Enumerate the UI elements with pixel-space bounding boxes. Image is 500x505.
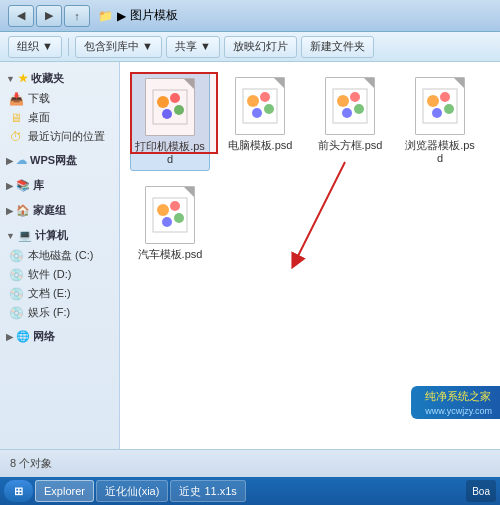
psd-icon-4 [145, 186, 195, 244]
favorites-star-icon: ★ [18, 72, 28, 85]
psd-icon-0 [145, 78, 195, 136]
favorites-label: 收藏夹 [31, 71, 64, 86]
svg-point-7 [260, 92, 270, 102]
sidebar-item-recent-label: 最近访问的位置 [28, 129, 105, 144]
forward-button[interactable]: ▶ [36, 5, 62, 27]
toolbar: 组织 ▼ 包含到库中 ▼ 共享 ▼ 放映幻灯片 新建文件夹 [0, 32, 500, 62]
file-item-1[interactable]: 电脑模板.psd [220, 72, 300, 171]
file-item-3[interactable]: 浏览器模板.psd [400, 72, 480, 171]
taskbar-item-2[interactable]: 近史 11.x1s [170, 480, 245, 502]
network-chevron: ▶ [6, 332, 13, 342]
taskbar-item-0-label: Explorer [44, 485, 85, 497]
file-corner-0 [184, 79, 194, 89]
watermark-text: 纯净系统之家 [425, 390, 491, 402]
file-label-0: 打印机模板.psd [135, 140, 205, 166]
up-button[interactable]: ↑ [64, 5, 90, 27]
svg-point-8 [264, 104, 274, 114]
file-icon-container-2 [320, 76, 380, 136]
file-item-2[interactable]: 前头方框.psd [310, 72, 390, 171]
download-folder-icon: 📥 [8, 92, 24, 106]
include-library-button[interactable]: 包含到库中 ▼ [75, 36, 162, 58]
computer-header[interactable]: ▼ 💻 计算机 [0, 225, 119, 246]
network-header[interactable]: ▶ 🌐 网络 [0, 326, 119, 347]
svg-point-3 [174, 105, 184, 115]
window-controls[interactable]: ◀ ▶ ↑ [8, 5, 90, 27]
taskbar[interactable]: ⊞ Explorer 近化仙(xia) 近史 11.x1s Boa [0, 477, 500, 505]
computer-chevron: ▼ [6, 231, 15, 241]
svg-point-24 [162, 217, 172, 227]
psd-svg-3 [421, 87, 459, 125]
title-bar: ◀ ▶ ↑ 📁 ▶ 图片模板 [0, 0, 500, 32]
file-icon-container-4 [140, 185, 200, 245]
homegroup-header[interactable]: ▶ 🏠 家庭组 [0, 200, 119, 221]
library-header[interactable]: ▶ 📚 库 [0, 175, 119, 196]
sidebar-item-drive-d[interactable]: 💿 软件 (D:) [0, 265, 119, 284]
psd-icon-3 [415, 77, 465, 135]
wps-chevron: ▶ [6, 156, 13, 166]
homegroup-icon: 🏠 [16, 204, 30, 217]
content-area: 打印机模板.psd 电脑模板.p [120, 62, 500, 449]
svg-point-13 [354, 104, 364, 114]
file-icon-container-0 [140, 77, 200, 137]
taskbar-item-1-label: 近化仙(xia) [105, 484, 159, 499]
file-grid: 打印机模板.psd 电脑模板.p [130, 72, 490, 266]
main-area: ▼ ★ 收藏夹 📥 下载 🖥 桌面 ⏱ 最近访问的位置 ▶ ☁ WPS网盘 [0, 62, 500, 449]
library-icon: 📚 [16, 179, 30, 192]
file-label-4: 汽车模板.psd [138, 248, 203, 261]
file-corner-3 [454, 78, 464, 88]
psd-svg-0 [151, 88, 189, 126]
breadcrumb-icon: 📁 [98, 9, 113, 23]
library-chevron: ▶ [6, 181, 13, 191]
tray-time: Boa [472, 486, 490, 497]
file-corner-2 [364, 78, 374, 88]
svg-point-4 [162, 109, 172, 119]
computer-section: ▼ 💻 计算机 💿 本地磁盘 (C:) 💿 软件 (D:) 💿 文档 (E:) … [0, 225, 119, 322]
file-corner-4 [184, 187, 194, 197]
slideshow-button[interactable]: 放映幻灯片 [224, 36, 297, 58]
breadcrumb-sep: ▶ [117, 9, 126, 23]
sidebar-item-desktop[interactable]: 🖥 桌面 [0, 108, 119, 127]
file-label-1: 电脑模板.psd [228, 139, 293, 152]
svg-point-6 [247, 95, 259, 107]
favorites-header[interactable]: ▼ ★ 收藏夹 [0, 68, 119, 89]
back-button[interactable]: ◀ [8, 5, 34, 27]
watermark: 纯净系统之家 www.ycwjzy.com [411, 386, 500, 419]
status-bar: 8 个对象 [0, 449, 500, 477]
library-section: ▶ 📚 库 [0, 175, 119, 196]
sidebar-item-recent[interactable]: ⏱ 最近访问的位置 [0, 127, 119, 146]
psd-svg-2 [331, 87, 369, 125]
computer-icon: 💻 [18, 229, 32, 242]
taskbar-tray: Boa [466, 480, 496, 502]
file-label-2: 前头方框.psd [318, 139, 383, 152]
svg-point-16 [427, 95, 439, 107]
sidebar-item-drive-e-label: 文档 (E:) [28, 286, 71, 301]
file-icon-container-1 [230, 76, 290, 136]
sidebar-item-download[interactable]: 📥 下载 [0, 89, 119, 108]
svg-point-18 [444, 104, 454, 114]
psd-icon-1 [235, 77, 285, 135]
start-button[interactable]: ⊞ [4, 480, 33, 502]
favorites-chevron: ▼ [6, 74, 15, 84]
desktop-folder-icon: 🖥 [8, 111, 24, 125]
svg-point-9 [252, 108, 262, 118]
file-label-3: 浏览器模板.psd [404, 139, 476, 165]
sidebar-item-drive-f[interactable]: 💿 娱乐 (F:) [0, 303, 119, 322]
homegroup-label: 家庭组 [33, 203, 66, 218]
sidebar-item-drive-e[interactable]: 💿 文档 (E:) [0, 284, 119, 303]
taskbar-item-0[interactable]: Explorer [35, 480, 94, 502]
breadcrumb-text: 图片模板 [130, 7, 178, 24]
taskbar-item-1[interactable]: 近化仙(xia) [96, 480, 168, 502]
file-item-0[interactable]: 打印机模板.psd [130, 72, 210, 171]
new-folder-button[interactable]: 新建文件夹 [301, 36, 374, 58]
file-item-4[interactable]: 汽车模板.psd [130, 181, 210, 265]
organize-button[interactable]: 组织 ▼ [8, 36, 62, 58]
svg-point-23 [174, 213, 184, 223]
share-button[interactable]: 共享 ▼ [166, 36, 220, 58]
sidebar-item-download-label: 下载 [28, 91, 50, 106]
wps-header[interactable]: ▶ ☁ WPS网盘 [0, 150, 119, 171]
drive-d-icon: 💿 [8, 268, 24, 282]
svg-point-1 [157, 96, 169, 108]
homegroup-section: ▶ 🏠 家庭组 [0, 200, 119, 221]
sidebar-item-drive-c[interactable]: 💿 本地磁盘 (C:) [0, 246, 119, 265]
svg-point-17 [440, 92, 450, 102]
